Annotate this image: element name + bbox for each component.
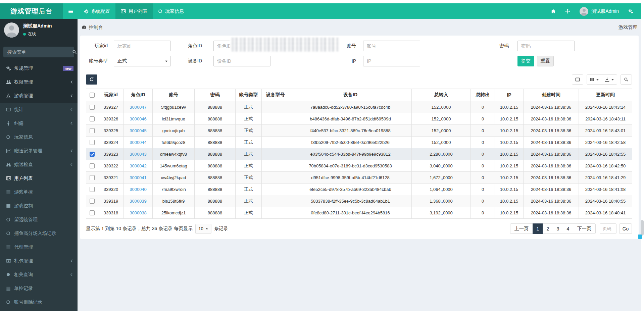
column-header[interactable]: 设备ID (289, 89, 412, 101)
table-row[interactable]: 3393233000043dmeaw4xqfv8888888正式e03f504c… (86, 148, 632, 160)
fullscreen-button[interactable] (560, 3, 575, 19)
column-header[interactable]: 设备型号 (262, 89, 289, 101)
select-all-checkbox[interactable] (90, 93, 95, 98)
sidebar-item-correction[interactable]: 纠偏 (0, 116, 78, 130)
tab-player-info[interactable]: 玩家信息 (153, 3, 189, 19)
column-header[interactable]: 账号 (153, 89, 195, 101)
role-id-link[interactable]: 3000045 (130, 128, 147, 133)
role-id-link[interactable]: 3000043 (130, 152, 147, 157)
table-row[interactable]: 3393263000046lci31tmvque888888正式b486436d… (86, 113, 632, 125)
sidebar-item-gift-record-admin[interactable]: 赠送记录管理 (0, 144, 78, 158)
prev-page-button[interactable]: 上一页 (510, 223, 533, 234)
sidebar-item-single-control-record[interactable]: 单控记录 (0, 281, 78, 295)
table-row[interactable]: 33932730000475fqgpu1ce9v888888正式7a8aadc6… (86, 101, 632, 113)
submit-button[interactable]: 提交 (517, 56, 534, 66)
table-row[interactable]: 3393253000045gnciuojtqab888888正式f440e537… (86, 125, 632, 137)
sidebar-item-telescope-admin[interactable]: 望远镜管理 (0, 213, 78, 226)
table-cell (262, 137, 289, 148)
page-button-2[interactable]: 2 (543, 223, 553, 234)
sidebar-item-giftpack-admin[interactable]: 礼包管理 (0, 254, 78, 268)
row-checkbox[interactable] (90, 199, 95, 204)
sidebar-item-label: 权限管理 (14, 79, 33, 85)
row-checkbox[interactable] (90, 116, 95, 121)
row-checkbox[interactable] (90, 187, 95, 192)
sidebar-item-label: 统计 (14, 107, 23, 113)
table-row[interactable]: 339318300003825ikomcdjz1888888正式0fe8cd80… (86, 207, 632, 219)
column-header[interactable]: 总转出 (471, 89, 495, 101)
column-header[interactable]: 密码 (195, 89, 236, 101)
role-id-link[interactable]: 3000047 (130, 105, 147, 110)
sidebar-toggle-button[interactable] (63, 3, 79, 19)
row-checkbox[interactable] (90, 163, 95, 168)
sidebar-item-player-info[interactable]: 玩家信息 (0, 130, 78, 144)
sidebar-search-input[interactable] (3, 49, 72, 55)
table-row[interactable]: 33932030000407ma9fxwroin888888正式efe52ce5… (86, 184, 632, 195)
role-id-link[interactable]: 3000039 (130, 199, 147, 204)
role-id-link[interactable]: 3000042 (130, 163, 147, 168)
page-button-3[interactable]: 3 (553, 223, 563, 234)
sidebar-item-agent-admin[interactable]: 代理管理 (0, 240, 78, 254)
reset-button[interactable]: 重置 (537, 56, 554, 66)
next-page-button[interactable]: 下一页 (573, 223, 596, 234)
columns-button[interactable] (587, 74, 602, 85)
account-type-select[interactable]: 正式 (114, 56, 171, 66)
column-header[interactable]: 更新时间 (579, 89, 632, 101)
refresh-button[interactable] (86, 74, 97, 85)
page-button-1[interactable]: 1 (533, 223, 543, 234)
settings-button[interactable] (624, 3, 638, 19)
export-button[interactable] (602, 74, 617, 85)
sidebar-item-general-admin[interactable]: 常规管理new (0, 61, 78, 75)
sidebar-item-permission-admin[interactable]: 权限管理 (0, 75, 78, 89)
table-row[interactable]: 3393223000042145wum6etag888888正式70b05834… (86, 160, 632, 172)
sidebar-item-fishing-highscore-entry-record[interactable]: 捕鱼高分场入场记录 (0, 226, 78, 240)
column-header[interactable]: IP (495, 89, 524, 101)
table-row[interactable]: 3393193000039bis158t6fk9888888正式58337838… (86, 195, 632, 207)
page-button-4[interactable]: 4 (563, 223, 573, 234)
user-menu[interactable]: 测试服Admin (575, 3, 624, 19)
role-id-link[interactable]: 3000038 (130, 210, 147, 215)
tab-user-list[interactable]: 用户列表 (115, 3, 153, 19)
page-number-input[interactable] (600, 223, 616, 234)
row-checkbox[interactable] (90, 128, 95, 133)
sidebar-item-gift-check[interactable]: 赠送检查 (0, 158, 78, 171)
role-id-link[interactable]: 3000044 (130, 140, 147, 145)
sidebar-item-game-single-control[interactable]: 游戏单控 (0, 185, 78, 199)
column-header[interactable]: 创建时间 (524, 89, 579, 101)
row-checkbox[interactable] (90, 140, 95, 145)
toggle-view-button[interactable] (572, 74, 583, 85)
device-id-input[interactable] (213, 56, 270, 66)
sidebar-item-account-delete-record[interactable]: 账号删除记录 (0, 295, 78, 309)
row-checkbox[interactable] (90, 210, 95, 215)
sidebar-item-statistics[interactable]: 统计 (0, 103, 78, 116)
column-header[interactable]: 账号类型 (236, 89, 262, 101)
role-id-link[interactable]: 3000046 (130, 116, 147, 121)
sidebar-item-game-control[interactable]: 游戏控制 (0, 199, 78, 213)
tab-system-config[interactable]: 系统配置 (79, 3, 115, 19)
sidebar-item-label: 单控记录 (14, 286, 33, 292)
app-brand[interactable]: 游戏管理后台 (0, 3, 63, 19)
search-button[interactable] (621, 74, 632, 85)
password-input[interactable] (517, 41, 575, 51)
go-button[interactable]: Go (619, 223, 632, 234)
ip-input[interactable] (363, 56, 420, 66)
row-checkbox[interactable] (90, 105, 95, 110)
player-id-input[interactable] (114, 41, 171, 51)
scrollbar-thumb[interactable] (641, 220, 644, 236)
table-row[interactable]: 3393213000041xw4byj2kpad888888正式d951dfce… (86, 172, 632, 184)
page-size-select[interactable]: 10 (195, 224, 211, 234)
sidebar-item-related-query[interactable]: 相关查询 (0, 268, 78, 281)
column-header[interactable]: 玩家id (98, 89, 124, 101)
circle-o-icon (158, 9, 162, 13)
home-button[interactable] (546, 3, 560, 19)
row-checkbox[interactable] (90, 175, 95, 180)
role-id-link[interactable]: 3000040 (130, 187, 147, 192)
search-icon[interactable] (72, 50, 77, 54)
role-id-link[interactable]: 3000041 (130, 175, 147, 180)
account-input[interactable] (363, 41, 420, 51)
sidebar-item-game-admin[interactable]: 游戏管理 (0, 89, 78, 103)
column-header[interactable]: 总转入 (412, 89, 471, 101)
column-header[interactable]: 角色ID (124, 89, 153, 101)
sidebar-item-user-list[interactable]: 用户列表 (0, 171, 78, 185)
row-checkbox[interactable] (90, 152, 95, 157)
table-row[interactable]: 3393243000044fut6b9qcoz8888888正式f3fbb209… (86, 137, 632, 148)
